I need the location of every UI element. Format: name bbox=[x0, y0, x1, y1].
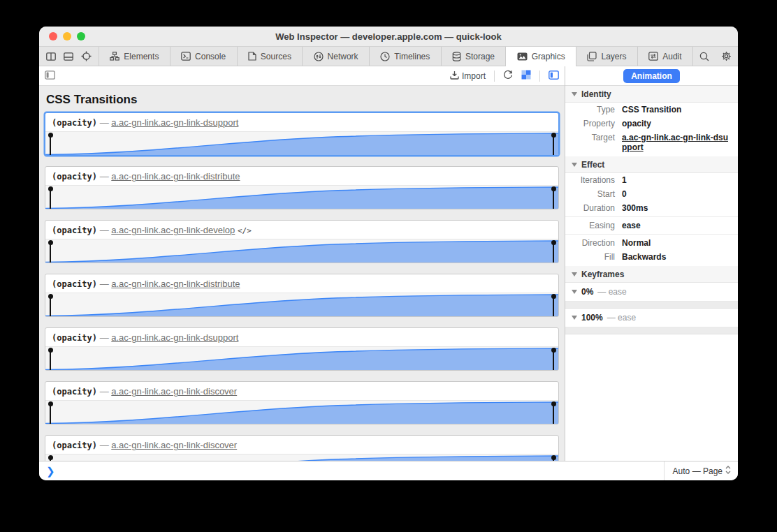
elements-icon bbox=[110, 52, 119, 61]
animation-card[interactable]: (opacity) — a.ac-gn-link.ac-gn-link-dsup… bbox=[45, 327, 559, 371]
graphics-navigation-bar: Import bbox=[39, 66, 565, 86]
dock-bottom-icon[interactable] bbox=[64, 52, 73, 61]
effect-section-header[interactable]: Effect bbox=[565, 156, 738, 173]
search-button[interactable] bbox=[693, 47, 716, 66]
execution-context-picker[interactable]: Auto — Page bbox=[664, 461, 738, 480]
detail-row-start: Start 0 bbox=[565, 187, 738, 201]
animation-card[interactable]: (opacity) — a.ac-gn-link.ac-gn-link-dsup… bbox=[45, 112, 559, 156]
animation-card[interactable]: (opacity) — a.ac-gn-link.ac-gn-link-dist… bbox=[45, 166, 559, 209]
ease-curve bbox=[45, 455, 558, 461]
tab-console[interactable]: Console bbox=[170, 47, 238, 66]
web-inspector-window: Web Inspector — developer.apple.com — qu… bbox=[39, 27, 738, 480]
document-icon bbox=[248, 52, 256, 61]
graphics-icon bbox=[517, 52, 528, 61]
dock-controls bbox=[39, 47, 99, 66]
detail-row-target: Target a.ac-gn-link.ac-gn-link-dsupport bbox=[565, 131, 738, 156]
tab-audit[interactable]: Audit bbox=[638, 47, 693, 66]
settings-button[interactable] bbox=[716, 47, 738, 66]
keyframe-easing: — ease bbox=[607, 313, 636, 323]
identity-section-header[interactable]: Identity bbox=[565, 86, 738, 103]
audit-icon bbox=[648, 52, 658, 61]
animation-card-title: (opacity) — a.ac-gn-link.ac-gn-link-deve… bbox=[45, 221, 558, 239]
network-icon bbox=[314, 52, 324, 61]
keyframe-marker-end bbox=[553, 457, 554, 461]
element-picker-icon[interactable] bbox=[81, 51, 92, 61]
details-sidebar-icon bbox=[549, 71, 559, 82]
database-icon bbox=[452, 52, 461, 61]
tab-label: Network bbox=[328, 52, 358, 61]
tab-layers[interactable]: Layers bbox=[576, 47, 638, 66]
keyframes-section-header[interactable]: Keyframes bbox=[565, 266, 738, 283]
import-icon bbox=[450, 71, 459, 82]
easing-graph bbox=[45, 131, 558, 155]
disclosure-triangle-icon bbox=[572, 272, 577, 276]
row-separator bbox=[565, 216, 738, 217]
easing-graph bbox=[45, 346, 558, 370]
toggle-details-sidebar-button[interactable] bbox=[549, 71, 559, 82]
animated-property: (opacity) bbox=[52, 441, 97, 450]
tab-graphics[interactable]: Graphics bbox=[506, 47, 576, 66]
keyframe-marker-start bbox=[50, 350, 51, 370]
tab-elements[interactable]: Elements bbox=[99, 47, 170, 66]
tab-sources[interactable]: Sources bbox=[238, 47, 303, 66]
quick-console-prompt[interactable]: ❯ bbox=[46, 466, 55, 476]
target-node-link[interactable]: a.ac-gn-link.ac-gn-link-dsupport bbox=[111, 117, 238, 128]
inspector-body: Import CSS Transitions bbox=[39, 66, 738, 461]
animation-card[interactable]: (opacity) — a.ac-gn-link.ac-gn-link-dist… bbox=[45, 274, 559, 317]
refresh-button[interactable] bbox=[503, 70, 513, 82]
tab-label: Graphics bbox=[532, 52, 565, 61]
easing-graph bbox=[45, 400, 558, 424]
dock-side-icon[interactable] bbox=[46, 52, 56, 61]
keyframe-marker-end bbox=[553, 350, 554, 370]
target-node-link[interactable]: a.ac-gn-link.ac-gn-link-discover bbox=[111, 386, 237, 397]
console-icon bbox=[181, 52, 191, 61]
target-node-link[interactable]: a.ac-gn-link.ac-gn-link-discover bbox=[111, 440, 237, 450]
animated-property: (opacity) bbox=[52, 172, 97, 182]
close-window-button[interactable] bbox=[49, 32, 57, 40]
title-bar: Web Inspector — developer.apple.com — qu… bbox=[39, 27, 738, 46]
tab-label: Audit bbox=[662, 52, 681, 61]
detail-row-easing: Easing ease bbox=[565, 219, 738, 232]
disclosure-triangle-icon bbox=[572, 92, 577, 96]
target-node-link[interactable]: a.ac-gn-link.ac-gn-link-dsupport bbox=[622, 133, 732, 152]
zoom-window-button[interactable] bbox=[77, 32, 85, 40]
traffic-lights bbox=[49, 32, 85, 40]
tab-label: Console bbox=[195, 52, 226, 61]
keyframe-row-0[interactable]: 0% — ease bbox=[565, 283, 738, 302]
tab-label: Elements bbox=[124, 52, 159, 61]
animation-card-title: (opacity) — a.ac-gn-link.ac-gn-link-dsup… bbox=[45, 328, 558, 346]
disclosure-triangle-icon bbox=[572, 163, 577, 167]
animation-scope-button[interactable]: Animation bbox=[623, 69, 680, 83]
target-node-link[interactable]: a.ac-gn-link.ac-gn-link-distribute bbox=[111, 279, 240, 289]
tab-network[interactable]: Network bbox=[303, 47, 370, 66]
animation-card[interactable]: (opacity) — a.ac-gn-link.ac-gn-link-disc… bbox=[45, 381, 559, 424]
detail-row-property: Property opacity bbox=[565, 117, 738, 131]
keyframe-row-100[interactable]: 100% — ease bbox=[565, 309, 738, 327]
import-button[interactable]: Import bbox=[450, 71, 486, 82]
target-node-link[interactable]: a.ac-gn-link.ac-gn-link-distribute bbox=[111, 171, 240, 182]
animated-property: (opacity) bbox=[52, 387, 97, 397]
easing-graph bbox=[45, 293, 558, 316]
ease-curve bbox=[45, 239, 558, 263]
keyframe-marker-end bbox=[553, 189, 554, 209]
bottom-bar: ❯ Auto — Page bbox=[39, 461, 738, 480]
toggle-grid-overlay-button[interactable] bbox=[521, 70, 531, 82]
animated-property: (opacity) bbox=[52, 118, 97, 128]
tab-label: Sources bbox=[261, 52, 291, 61]
keyframe-marker-end bbox=[553, 242, 554, 263]
tab-timelines[interactable]: Timelines bbox=[370, 47, 442, 66]
tab-label: Storage bbox=[465, 52, 495, 61]
disclosure-triangle-icon bbox=[572, 316, 577, 320]
animation-card[interactable]: (opacity) — a.ac-gn-link.ac-gn-link-deve… bbox=[45, 220, 559, 263]
gear-icon bbox=[721, 51, 732, 61]
tab-storage[interactable]: Storage bbox=[442, 47, 507, 66]
target-node-link[interactable]: a.ac-gn-link.ac-gn-link-dsupport bbox=[111, 332, 238, 343]
keyframe-marker-start bbox=[50, 242, 51, 263]
ease-curve bbox=[45, 401, 558, 424]
animation-card-title: (opacity) — a.ac-gn-link.ac-gn-link-disc… bbox=[45, 436, 558, 454]
target-node-link[interactable]: a.ac-gn-link.ac-gn-link-develop bbox=[111, 225, 235, 235]
toggle-left-sidebar-icon[interactable] bbox=[45, 70, 55, 82]
minimize-window-button[interactable] bbox=[63, 32, 71, 40]
ease-curve bbox=[45, 132, 558, 155]
animation-card[interactable]: (opacity) — a.ac-gn-link.ac-gn-link-disc… bbox=[45, 435, 559, 461]
